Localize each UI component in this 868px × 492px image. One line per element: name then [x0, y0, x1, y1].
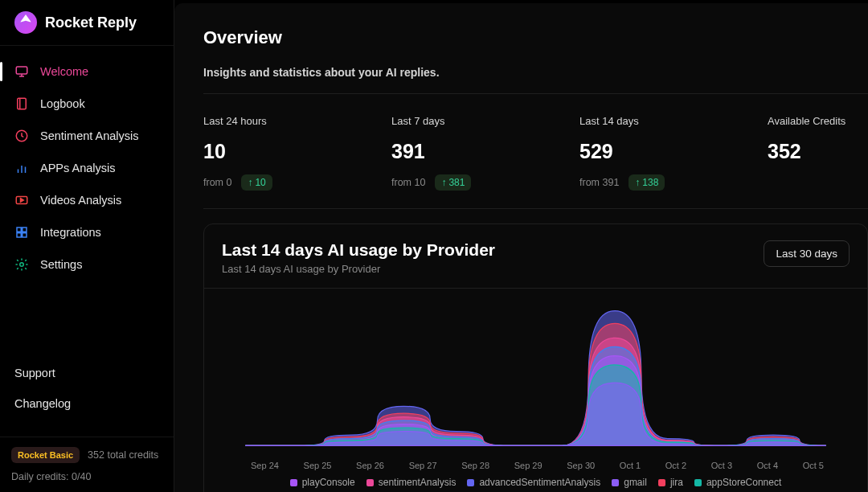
- usage-card: Last 14 days AI usage by Provider Last 1…: [203, 223, 868, 492]
- svg-point-8: [20, 263, 24, 267]
- legend-label: gmail: [624, 477, 647, 488]
- nav-label: Logbook: [40, 97, 85, 110]
- svg-rect-5: [23, 228, 27, 232]
- nav-item-logbook[interactable]: Logbook: [0, 88, 174, 120]
- stat-delta: ↑10: [241, 174, 272, 191]
- legend-item[interactable]: jira: [658, 477, 683, 488]
- nav-item-sentiment[interactable]: Sentiment Analysis: [0, 120, 174, 152]
- chart-icon: [14, 161, 29, 175]
- legend-swatch: [290, 479, 297, 486]
- brand-title: Rocket Reply: [45, 14, 137, 31]
- main: Overview Insights and statistics about y…: [174, 3, 868, 492]
- nav-label: Videos Analysis: [40, 194, 121, 207]
- stat-delta: ↑381: [435, 174, 471, 191]
- area-chart: [222, 293, 850, 454]
- svg-rect-4: [17, 228, 21, 232]
- legend-swatch: [366, 479, 374, 486]
- stat-label: Last 7 days: [391, 115, 552, 127]
- nav-label: Welcome: [40, 65, 88, 78]
- nav-item-welcome[interactable]: Welcome: [0, 55, 174, 88]
- nav-label: APPs Analysis: [40, 162, 116, 174]
- svg-rect-7: [23, 233, 27, 237]
- grid-icon: [14, 225, 29, 240]
- legend-item[interactable]: sentimentAnalysis: [366, 477, 457, 488]
- legend-swatch: [694, 479, 702, 486]
- stat-value: 352: [768, 140, 868, 163]
- nav-label: Integrations: [40, 226, 101, 239]
- arrow-up-icon: ↑: [635, 177, 640, 188]
- nav-item-apps[interactable]: APPs Analysis: [0, 152, 174, 184]
- nav-item-videos[interactable]: Videos Analysis: [0, 184, 174, 216]
- plan-badge: Rocket Basic: [11, 447, 80, 463]
- legend-label: advancedSentimentAnalysis: [479, 477, 600, 488]
- legend-swatch: [467, 479, 474, 486]
- nav-item-settings[interactable]: Settings: [0, 248, 174, 281]
- range-select[interactable]: Last 30 days: [764, 240, 850, 267]
- nav-bottom: Support Changelog: [0, 358, 174, 427]
- legend-label: sentimentAnalysis: [379, 477, 457, 488]
- brand: Rocket Reply: [0, 0, 174, 46]
- stat-7d: Last 7 days 391 from 10 ↑381: [391, 115, 552, 191]
- stat-24h: Last 24 hours 10 from 0 ↑10: [203, 115, 364, 191]
- stat-from: from 0: [203, 177, 231, 188]
- nav-item-changelog[interactable]: Changelog: [0, 388, 174, 419]
- nav-label: Sentiment Analysis: [40, 129, 139, 142]
- stat-14d: Last 14 days 529 from 391 ↑138: [579, 115, 740, 191]
- arrow-up-icon: ↑: [248, 177, 252, 188]
- stat-from: from 10: [391, 177, 425, 188]
- gear-icon: [14, 257, 29, 272]
- x-axis-labels: Sep 24Sep 25Sep 26Sep 27Sep 28Sep 29Sep …: [222, 457, 850, 470]
- legend-item[interactable]: appStoreConnect: [694, 477, 781, 488]
- stat-value: 10: [203, 140, 364, 163]
- page-subtitle: Insights and statistics about your AI re…: [203, 66, 868, 79]
- stat-credits: Available Credits 352: [768, 115, 868, 191]
- stat-delta: ↑138: [628, 174, 665, 191]
- sidebar-footer: Rocket Basic 352 total credits Daily cre…: [0, 437, 174, 492]
- legend-item[interactable]: gmail: [612, 477, 647, 488]
- legend-swatch: [658, 479, 665, 486]
- card-title: Last 14 days AI usage by Provider: [222, 240, 495, 260]
- arrow-up-icon: ↑: [441, 177, 446, 188]
- legend-label: playConsole: [302, 477, 355, 488]
- daily-credits: Daily credits: 0/40: [11, 471, 162, 482]
- nav-item-support[interactable]: Support: [0, 358, 174, 388]
- notebook-icon: [14, 96, 29, 111]
- legend-label: jira: [670, 477, 683, 488]
- sidebar: Rocket Reply Welcome Logbook Sentiment A…: [0, 0, 174, 492]
- stat-from: from 391: [579, 177, 619, 188]
- legend-label: appStoreConnect: [706, 477, 781, 488]
- svg-rect-0: [16, 67, 27, 74]
- clock-icon: [14, 129, 29, 143]
- nav-label: Settings: [40, 258, 82, 271]
- stat-value: 529: [579, 140, 740, 163]
- nav-label: Support: [14, 367, 55, 379]
- svg-rect-1: [18, 98, 27, 109]
- legend-item[interactable]: advancedSentimentAnalysis: [467, 477, 600, 488]
- page-title: Overview: [203, 27, 868, 48]
- legend-item[interactable]: playConsole: [290, 477, 355, 488]
- stat-label: Last 24 hours: [203, 115, 364, 127]
- stat-label: Last 14 days: [579, 115, 740, 127]
- brand-logo-icon: [14, 11, 37, 34]
- svg-rect-6: [17, 233, 21, 237]
- monitor-icon: [14, 64, 29, 79]
- nav: Welcome Logbook Sentiment Analysis APPs …: [0, 46, 174, 437]
- chart-legend: playConsolesentimentAnalysisadvancedSent…: [222, 470, 850, 492]
- chart-area: Sep 24Sep 25Sep 26Sep 27Sep 28Sep 29Sep …: [204, 289, 867, 492]
- stats-row: Last 24 hours 10 from 0 ↑10 Last 7 days …: [203, 94, 868, 208]
- nav-label: Changelog: [14, 397, 71, 410]
- video-icon: [14, 193, 29, 207]
- stat-label: Available Credits: [768, 115, 868, 127]
- card-subtitle: Last 14 days AI usage by Provider: [222, 263, 495, 275]
- legend-swatch: [612, 479, 619, 486]
- credits-total: 352 total credits: [88, 449, 158, 461]
- stat-value: 391: [391, 140, 552, 163]
- nav-item-integrations[interactable]: Integrations: [0, 216, 174, 248]
